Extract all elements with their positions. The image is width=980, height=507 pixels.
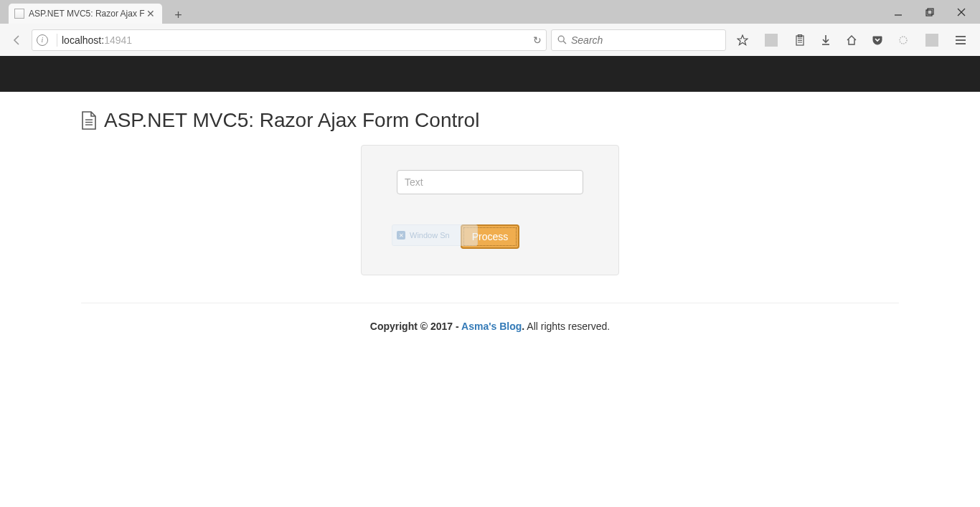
button-row: ✕ Window Sn Process xyxy=(396,224,584,249)
footer-blog-link[interactable]: Asma's Blog xyxy=(461,321,522,332)
pocket-icon[interactable] xyxy=(871,34,884,47)
tab-favicon-icon xyxy=(14,9,24,19)
address-bar[interactable]: i localhost:14941 ↻ xyxy=(32,29,547,51)
toolbar-icons xyxy=(730,34,973,47)
home-icon[interactable] xyxy=(845,34,858,47)
search-box[interactable] xyxy=(551,29,726,51)
downloads-icon[interactable] xyxy=(819,34,832,47)
tab-close-icon[interactable]: ✕ xyxy=(145,8,156,19)
url-port: 14941 xyxy=(104,34,132,46)
back-button[interactable] xyxy=(7,30,27,50)
snip-label: Window Sn xyxy=(410,231,450,240)
svg-point-5 xyxy=(558,36,564,42)
document-icon xyxy=(81,111,97,130)
svg-line-6 xyxy=(563,41,566,44)
window-controls xyxy=(880,0,980,24)
close-icon[interactable] xyxy=(956,6,967,18)
text-input[interactable] xyxy=(397,170,583,194)
clipboard-icon[interactable] xyxy=(793,34,806,47)
footer-separator xyxy=(81,303,899,303)
new-tab-button[interactable]: + xyxy=(169,6,188,24)
page-title: ASP.NET MVC5: Razor Ajax Form Control xyxy=(81,109,899,132)
form-panel: ✕ Window Sn Process xyxy=(361,145,619,275)
snip-close-icon: ✕ xyxy=(397,231,405,240)
address-separator xyxy=(57,34,57,47)
toolbar-separator xyxy=(765,34,778,47)
svg-point-13 xyxy=(900,37,907,44)
search-input[interactable] xyxy=(571,34,720,46)
footer-rights: All rights reserved. xyxy=(524,321,610,332)
browser-tab[interactable]: ASP.NET MVC5: Razor Ajax F ✕ xyxy=(9,4,162,24)
menu-icon[interactable] xyxy=(954,34,967,47)
tab-title: ASP.NET MVC5: Razor Ajax F xyxy=(29,9,145,19)
browser-chrome: ASP.NET MVC5: Razor Ajax F ✕ + i localho… xyxy=(0,0,980,56)
maximize-icon[interactable] xyxy=(924,6,936,18)
footer-copyright: Copyright © 2017 - xyxy=(370,321,461,332)
page-container: ASP.NET MVC5: Razor Ajax Form Control ✕ … xyxy=(81,109,899,332)
footer: Copyright © 2017 - Asma's Blog. All righ… xyxy=(81,321,899,332)
bookmark-star-icon[interactable] xyxy=(736,34,749,47)
snip-overlay: ✕ Window Sn xyxy=(392,224,478,246)
nav-bar: i localhost:14941 ↻ xyxy=(0,24,980,56)
page-title-text: ASP.NET MVC5: Razor Ajax Form Control xyxy=(104,109,479,132)
svg-rect-1 xyxy=(926,10,932,16)
site-info-icon[interactable]: i xyxy=(37,34,48,46)
reload-icon[interactable]: ↻ xyxy=(533,34,542,46)
tab-strip: ASP.NET MVC5: Razor Ajax F ✕ + xyxy=(0,0,980,24)
extension-icon[interactable] xyxy=(897,34,910,47)
url-host: localhost: xyxy=(62,34,104,46)
search-icon xyxy=(557,35,567,44)
page-top-navbar xyxy=(0,56,980,92)
toolbar-separator xyxy=(925,34,938,47)
svg-rect-2 xyxy=(928,9,933,14)
minimize-icon[interactable] xyxy=(892,6,904,18)
